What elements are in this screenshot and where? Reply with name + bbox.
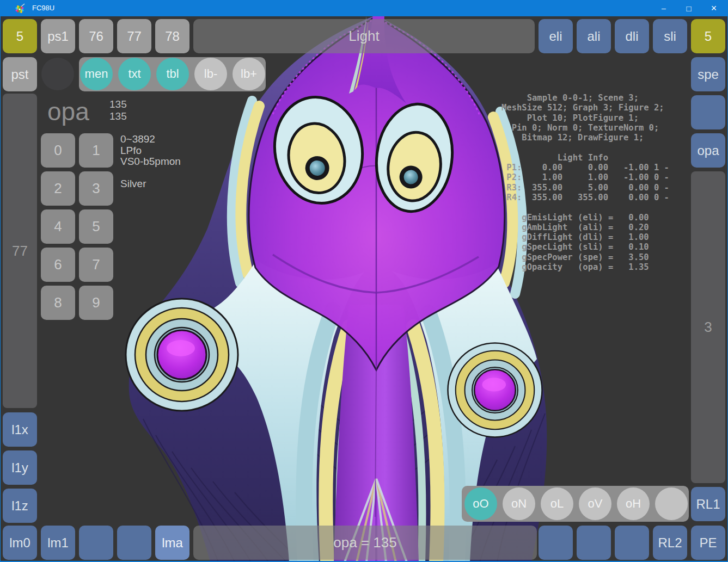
oN-button[interactable]: oN <box>503 487 535 520</box>
rl1-button[interactable]: RL1 <box>691 487 725 521</box>
param-values: 135 135 <box>109 98 127 122</box>
param-shader: VS0-b5pmon <box>120 156 181 168</box>
l1x-button[interactable]: l1x <box>3 412 37 447</box>
oL-button[interactable]: oL <box>541 487 573 520</box>
pst-button[interactable]: pst <box>3 57 37 91</box>
dli-button[interactable]: dli <box>615 19 649 53</box>
blank-bottom-button-3[interactable] <box>539 526 573 560</box>
right-slider-value: 3 <box>704 319 712 336</box>
oO-button[interactable]: oO <box>464 487 497 520</box>
blank-blue-button-right[interactable] <box>691 95 725 129</box>
app-icon <box>15 3 26 14</box>
close-icon[interactable]: × <box>701 0 726 16</box>
minimize-icon[interactable]: – <box>651 0 676 16</box>
app-window: FC98U – □ × 5 ps1 76 77 78 Light eli ali… <box>0 0 728 562</box>
light-mode-bar[interactable]: Light <box>193 19 535 53</box>
numpad-3[interactable]: 3 <box>79 171 113 206</box>
numpad-8[interactable]: 8 <box>41 286 75 320</box>
preset-5-right-button[interactable]: 5 <box>691 19 725 53</box>
ps1-button[interactable]: ps1 <box>41 19 75 53</box>
param-value-1: 135 <box>109 98 127 110</box>
blank-bottom-button-2[interactable] <box>117 526 151 560</box>
lm0-button[interactable]: lm0 <box>3 526 37 560</box>
numpad-5[interactable]: 5 <box>79 209 113 244</box>
numpad-6[interactable]: 6 <box>41 248 75 282</box>
right-param-slider[interactable]: 3 <box>691 171 725 483</box>
numpad-9[interactable]: 9 <box>79 286 113 320</box>
l1y-button[interactable]: l1y <box>3 450 37 485</box>
param-name-label: opa <box>47 97 89 126</box>
window-title: FC98U <box>32 4 54 12</box>
param-info: 0~3892 LPfo VS0-b5pmon <box>120 134 181 168</box>
button-76[interactable]: 76 <box>79 19 113 53</box>
tbl-button[interactable]: tbl <box>156 58 189 90</box>
lb-plus-button[interactable]: lb+ <box>233 58 265 90</box>
numpad-7[interactable]: 7 <box>79 248 113 282</box>
param-status-bar[interactable]: opa = 135 <box>193 526 537 560</box>
blank-render-circle[interactable] <box>655 487 688 520</box>
men-button[interactable]: men <box>80 58 113 90</box>
maximize-icon[interactable]: □ <box>676 0 701 16</box>
pe-button[interactable]: PE <box>691 526 725 560</box>
eli-button[interactable]: eli <box>539 19 573 53</box>
material-label: Silver <box>120 178 146 190</box>
button-77[interactable]: 77 <box>117 19 151 53</box>
preset-5-left-button[interactable]: 5 <box>3 19 37 53</box>
numpad-4[interactable]: 4 <box>41 209 75 244</box>
blank-bottom-button-1[interactable] <box>79 526 113 560</box>
blank-bottom-button-5[interactable] <box>615 526 649 560</box>
txt-button[interactable]: txt <box>118 58 151 90</box>
param-value-2: 135 <box>109 110 127 122</box>
lb-minus-button[interactable]: lb- <box>194 58 227 90</box>
left-param-slider[interactable]: 77 <box>3 94 37 408</box>
numpad-1[interactable]: 1 <box>79 133 113 168</box>
button-78[interactable]: 78 <box>155 19 189 53</box>
left-slider-value: 77 <box>12 243 28 260</box>
numpad-2[interactable]: 2 <box>41 171 75 206</box>
blank-bottom-button-4[interactable] <box>577 526 611 560</box>
sli-button[interactable]: sli <box>653 19 687 53</box>
scene-info-block: Sample 0-0-1; Scene 3; MeshSize 512; Gra… <box>501 93 669 272</box>
l1z-button[interactable]: l1z <box>3 489 37 523</box>
oV-button[interactable]: oV <box>579 487 611 520</box>
rl2-button[interactable]: RL2 <box>653 526 687 560</box>
blank-circle-button[interactable] <box>41 58 74 90</box>
titlebar: FC98U – □ × <box>1 0 727 16</box>
lm1-button[interactable]: lm1 <box>41 526 75 560</box>
opa-button[interactable]: opa <box>691 133 725 168</box>
param-range: 0~3892 <box>120 134 181 145</box>
ali-button[interactable]: ali <box>577 19 611 53</box>
spe-button[interactable]: spe <box>691 57 725 91</box>
param-preset: LPfo <box>120 145 181 157</box>
numpad-0[interactable]: 0 <box>41 133 75 168</box>
lma-button[interactable]: lma <box>155 526 189 560</box>
oH-button[interactable]: oH <box>617 487 650 520</box>
